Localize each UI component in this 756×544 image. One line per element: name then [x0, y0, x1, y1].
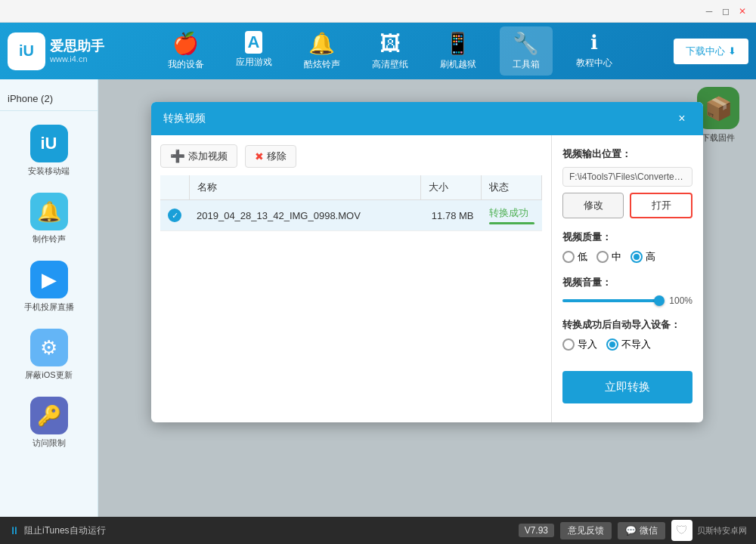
- access-limit-icon: 🔑: [30, 397, 68, 434]
- ringtone-sidebar-label: 制作铃声: [33, 233, 66, 245]
- block-update-label: 屏蔽iOS更新: [25, 369, 72, 381]
- wallpaper-label: 高清壁纸: [372, 58, 408, 71]
- convert-now-button[interactable]: 立即转换: [562, 371, 692, 403]
- dialog-overlay: 转换视频 × ➕ 添加视频 ✖: [98, 79, 756, 517]
- nav-tutorial[interactable]: ℹ 教程中心: [568, 26, 621, 76]
- open-path-button[interactable]: 打开: [630, 193, 692, 218]
- progress-bar-fill: [489, 222, 534, 224]
- nav-wallpaper[interactable]: 🖼 高清壁纸: [364, 26, 417, 76]
- wechat-label: 微信: [640, 524, 658, 537]
- row-check[interactable]: ✓: [160, 200, 189, 231]
- row-status: 转换成功: [482, 200, 542, 231]
- app-game-icon: A: [245, 31, 263, 54]
- volume-control: 100%: [562, 295, 692, 306]
- wechat-button[interactable]: 💬 微信: [618, 522, 665, 539]
- volume-value: 100%: [665, 295, 692, 306]
- dialog-left-panel: ➕ 添加视频 ✖ 移除: [151, 135, 552, 422]
- jailbreak-icon: 📱: [445, 31, 471, 56]
- file-table: 名称 大小 状态 ✓ 2019_04_28_13: [160, 175, 542, 231]
- add-video-icon: ➕: [170, 149, 185, 163]
- app-game-label: 应用游戏: [236, 56, 272, 69]
- minimize-button[interactable]: ─: [702, 4, 717, 19]
- table-header-status: 状态: [482, 175, 542, 200]
- beian-area: 🛡 贝斯特安卓网: [671, 520, 747, 541]
- video-quality-label: 视频质量：: [562, 230, 692, 244]
- download-center-label: 下载中心: [686, 45, 725, 58]
- ringtone-icon: 🔔: [308, 31, 335, 56]
- add-video-label: 添加视频: [188, 150, 228, 163]
- download-center-button[interactable]: 下载中心 ⬇: [674, 39, 748, 64]
- convert-video-dialog: 转换视频 × ➕ 添加视频 ✖: [151, 102, 703, 422]
- dialog-close-button[interactable]: ×: [673, 110, 691, 128]
- itunes-status-item[interactable]: ⏸ 阻止iTunes自动运行: [9, 524, 106, 537]
- volume-slider-fill: [562, 299, 659, 302]
- quality-high-label: 高: [646, 250, 655, 264]
- beian-text: 贝斯特安卓网: [697, 525, 747, 536]
- auto-import-group: 转换成功后自动导入设备： 导入 不导入: [562, 318, 692, 351]
- dialog-header: 转换视频 ×: [151, 102, 703, 135]
- sidebar: iPhone (2) iU 安装移动端 🔔 制作铃声 ▶ 手机投屏直播 ⚙ 屏蔽…: [0, 79, 98, 517]
- wechat-icon: 💬: [625, 525, 637, 536]
- progress-bar-track: [489, 222, 534, 224]
- nav-toolbox[interactable]: 🔧 工具箱: [500, 26, 553, 76]
- quality-mid-radio: [596, 251, 609, 263]
- import-no-option[interactable]: 不导入: [606, 338, 651, 351]
- import-yes-label: 导入: [578, 338, 597, 351]
- dialog-right-panel: 视频输出位置： F:\i4Tools7\Files\ConvertedVid 修…: [552, 135, 703, 422]
- status-bar-right: V7.93 意见反馈 💬 微信 🛡 贝斯特安卓网: [519, 520, 747, 541]
- sidebar-item-ringtone[interactable]: 🔔 制作铃声: [0, 187, 98, 251]
- nav-ringtone[interactable]: 🔔 酷炫铃声: [296, 26, 349, 76]
- tutorial-label: 教程中心: [576, 57, 612, 70]
- logo-area: iU 爱思助手 www.i4.cn: [8, 32, 106, 70]
- path-buttons: 修改 打开: [562, 193, 692, 218]
- sidebar-item-block-update[interactable]: ⚙ 屏蔽iOS更新: [0, 323, 98, 387]
- remove-video-button[interactable]: ✖ 移除: [245, 145, 296, 168]
- quality-low-option[interactable]: 低: [562, 250, 587, 264]
- logo-text-group: 爱思助手 www.i4.cn: [50, 39, 104, 64]
- screen-cast-icon: ▶: [30, 261, 68, 298]
- ringtone-label: 酷炫铃声: [304, 58, 340, 71]
- import-yes-radio: [562, 338, 575, 351]
- close-button[interactable]: ✕: [735, 4, 750, 19]
- table-header-name: 名称: [189, 175, 421, 200]
- beian-icon: 🛡: [671, 520, 692, 541]
- toolbox-label: 工具箱: [513, 58, 540, 71]
- main-content: iPhone (2) iU 安装移动端 🔔 制作铃声 ▶ 手机投屏直播 ⚙ 屏蔽…: [0, 79, 756, 517]
- table-header-size: 大小: [421, 175, 482, 200]
- sidebar-item-screen-cast[interactable]: ▶ 手机投屏直播: [0, 255, 98, 319]
- logo-icon: iU: [8, 32, 45, 70]
- feedback-button[interactable]: 意见反馈: [560, 522, 612, 539]
- video-volume-label: 视频音量：: [562, 276, 692, 289]
- add-video-button[interactable]: ➕ 添加视频: [160, 144, 237, 168]
- table-row: ✓ 2019_04_28_13_42_IMG_0998.MOV 11.78 MB…: [160, 200, 542, 231]
- itunes-label: 阻止iTunes自动运行: [24, 524, 106, 537]
- volume-slider-thumb: [654, 295, 665, 306]
- sidebar-header: iPhone (2): [0, 87, 98, 111]
- volume-slider-track[interactable]: [562, 299, 659, 302]
- modify-path-button[interactable]: 修改: [562, 193, 624, 218]
- dialog-toolbar: ➕ 添加视频 ✖ 移除: [160, 144, 542, 168]
- quality-high-option[interactable]: 高: [631, 250, 655, 264]
- status-success-text: 转换成功: [489, 206, 534, 220]
- tutorial-icon: ℹ: [590, 31, 598, 54]
- import-radio-group: 导入 不导入: [562, 338, 692, 351]
- nav-my-device[interactable]: 🍎 我的设备: [160, 26, 212, 76]
- remove-video-icon: ✖: [255, 150, 264, 162]
- quality-mid-option[interactable]: 中: [596, 250, 621, 264]
- import-yes-option[interactable]: 导入: [562, 338, 597, 351]
- dialog-body: ➕ 添加视频 ✖ 移除: [151, 135, 703, 422]
- nav-app-game[interactable]: A 应用游戏: [228, 26, 280, 76]
- top-nav: iU 爱思助手 www.i4.cn 🍎 我的设备 A 应用游戏 🔔 酷炫铃声 🖼…: [0, 23, 756, 79]
- quality-high-radio: [631, 251, 643, 263]
- output-path-display: F:\i4Tools7\Files\ConvertedVid: [562, 167, 692, 187]
- sidebar-item-access-limit[interactable]: 🔑 访问限制: [0, 391, 98, 455]
- import-no-label: 不导入: [621, 338, 651, 351]
- block-update-icon: ⚙: [30, 329, 68, 366]
- nav-jailbreak[interactable]: 📱 刷机越狱: [432, 26, 485, 76]
- ringtone-sidebar-icon: 🔔: [30, 193, 68, 230]
- checked-icon: ✓: [168, 209, 181, 222]
- jailbreak-label: 刷机越狱: [440, 58, 476, 71]
- import-no-radio: [606, 338, 618, 351]
- maximize-button[interactable]: ◻: [718, 4, 733, 19]
- sidebar-item-install-app[interactable]: iU 安装移动端: [0, 119, 98, 183]
